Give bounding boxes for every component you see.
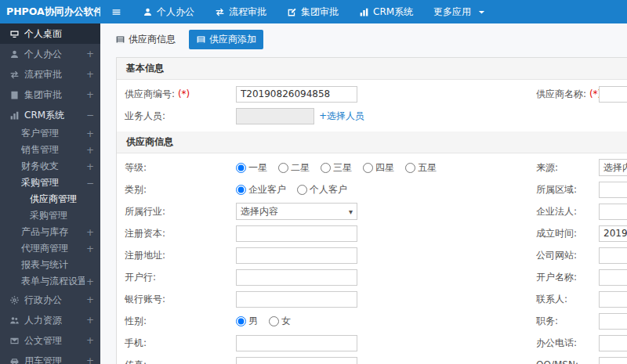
mobile-input[interactable] — [236, 335, 357, 351]
level-option[interactable]: 三星 — [321, 161, 352, 175]
sidebar-item[interactable]: 供应商管理 — [0, 191, 100, 207]
founded-date-input[interactable] — [599, 225, 627, 242]
founded-date-field — [599, 225, 627, 242]
sidebar-item-label: 表单与流程设置 — [21, 275, 85, 288]
sidebar-item[interactable]: 表单与流程设置+ — [0, 273, 100, 290]
form-row: 注册地址:公司网站: — [117, 244, 627, 266]
sidebar-item[interactable]: 个人办公+ — [0, 44, 100, 64]
registered-address-input[interactable] — [236, 247, 357, 264]
position-input[interactable] — [599, 313, 627, 330]
legal-person-input[interactable] — [599, 204, 627, 220]
registered-capital-input[interactable] — [236, 225, 357, 242]
gender-radio[interactable] — [269, 316, 279, 326]
app-logo: PHPOA协同办公软件 — [0, 5, 100, 19]
sidebar-item[interactable]: 人力资源+ — [0, 310, 100, 330]
category-radio[interactable] — [297, 185, 307, 195]
form-row: 性别:男女职务: — [117, 310, 627, 332]
nav-item[interactable]: 个人办公 — [132, 0, 205, 23]
sidebar-item[interactable]: 集团审批+ — [0, 85, 100, 105]
bank-branch-input[interactable] — [236, 269, 357, 286]
fax-input[interactable] — [236, 357, 357, 364]
tab[interactable]: 供应商添加 — [189, 30, 263, 49]
expand-toggle-icon[interactable]: + — [85, 294, 94, 305]
region-input[interactable] — [599, 182, 627, 198]
expand-toggle-icon[interactable]: + — [85, 49, 94, 59]
expand-toggle-icon[interactable]: + — [85, 145, 94, 156]
sidebar-item-label: 个人办公 — [24, 48, 62, 61]
sidebar-item[interactable]: 用车管理+ — [0, 351, 100, 364]
expand-toggle-icon[interactable]: + — [85, 161, 94, 172]
category-option[interactable]: 企业客户 — [236, 183, 286, 196]
expand-toggle-icon[interactable]: + — [85, 315, 94, 326]
gender-option[interactable]: 女 — [269, 315, 291, 328]
sidebar-item[interactable]: 财务收支+ — [0, 158, 100, 175]
source-label: 来源: — [536, 161, 599, 175]
building-icon — [9, 90, 20, 100]
expand-toggle-icon[interactable]: − — [85, 110, 94, 121]
sidebar-item[interactable]: 公文管理+ — [0, 330, 100, 351]
level-option[interactable]: 四星 — [363, 161, 394, 175]
nav-item[interactable]: 集团审批 — [277, 0, 349, 23]
tab[interactable]: 供应商信息 — [108, 30, 183, 49]
level-radio[interactable] — [278, 163, 288, 173]
sidebar-item[interactable]: 产品与库存+ — [0, 224, 100, 240]
supplier-code-input[interactable] — [236, 86, 357, 103]
nav-item[interactable]: CRM系统 — [349, 0, 423, 23]
website-input[interactable] — [599, 247, 627, 264]
sidebar-item[interactable]: CRM系统− — [0, 105, 100, 125]
sidebar-item[interactable]: 报表与统计 — [0, 257, 100, 273]
expand-toggle-icon[interactable]: + — [85, 69, 94, 80]
category-radio[interactable] — [236, 185, 246, 195]
sidebar-item[interactable]: 采购管理− — [0, 175, 100, 191]
user-icon — [143, 7, 153, 17]
gender-option[interactable]: 男 — [236, 315, 258, 328]
gender-radio[interactable] — [236, 316, 246, 326]
business-person-field: +选择人员 — [236, 108, 536, 124]
level-radio[interactable] — [363, 163, 373, 173]
sidebar-item[interactable]: 采购管理 — [0, 207, 100, 224]
category-option[interactable]: 个人客户 — [297, 183, 347, 196]
nav-item[interactable]: 流程审批 — [205, 0, 277, 23]
sidebar-item-label: 客户管理 — [21, 127, 59, 140]
sidebar-item[interactable]: 行政办公+ — [0, 290, 100, 310]
level-radio[interactable] — [236, 163, 246, 173]
expand-toggle-icon[interactable]: + — [85, 128, 94, 139]
sidebar-item[interactable]: 个人桌面 — [0, 23, 100, 44]
office-phone-input[interactable] — [599, 335, 627, 351]
form-row: 注册资本:成立时间: — [117, 222, 627, 244]
supplier-name-input[interactable] — [599, 86, 627, 103]
expand-toggle-icon[interactable]: + — [85, 89, 94, 100]
sidebar-item[interactable]: 客户管理+ — [0, 125, 100, 142]
industry-select[interactable]: 选择内容▾ — [236, 203, 357, 220]
expand-toggle-icon[interactable]: + — [85, 355, 94, 364]
expand-toggle-icon[interactable]: − — [85, 178, 94, 189]
form-row: 传真:QQ/MSN: — [117, 354, 627, 364]
business-person-input[interactable] — [236, 108, 314, 124]
hamburger-menu-button[interactable] — [100, 0, 132, 23]
expand-toggle-icon[interactable]: + — [85, 243, 94, 254]
sidebar-item-label: 报表与统计 — [21, 258, 68, 272]
contact-person-label: 联系人: — [536, 293, 599, 306]
level-option[interactable]: 二星 — [278, 161, 310, 175]
source-select[interactable]: 选择内容▾ — [599, 159, 627, 176]
bank-branch-field — [236, 269, 536, 286]
sidebar-item-label: 财务收支 — [21, 160, 59, 173]
sidebar-item[interactable]: 销售管理+ — [0, 142, 100, 158]
level-option[interactable]: 五星 — [405, 161, 437, 175]
level-radio[interactable] — [321, 163, 331, 173]
level-option[interactable]: 一星 — [236, 161, 267, 175]
nav-item[interactable]: 更多应用 — [423, 0, 497, 23]
bank-branch-label: 开户行: — [125, 271, 236, 284]
expand-toggle-icon[interactable]: + — [85, 227, 94, 238]
business-person-picker-link[interactable]: +选择人员 — [319, 110, 364, 123]
bank-account-input[interactable] — [236, 291, 357, 308]
sidebar-item[interactable]: 流程审批+ — [0, 64, 100, 85]
account-name-input[interactable] — [599, 269, 627, 286]
contact-person-input[interactable] — [599, 291, 627, 308]
expand-toggle-icon[interactable]: + — [85, 276, 94, 287]
expand-toggle-icon[interactable]: + — [85, 335, 94, 346]
supplier-name-field — [599, 86, 627, 103]
sidebar-item[interactable]: 代理商管理+ — [0, 240, 100, 257]
level-radio[interactable] — [405, 163, 415, 173]
qq-msn-input[interactable] — [599, 357, 627, 364]
